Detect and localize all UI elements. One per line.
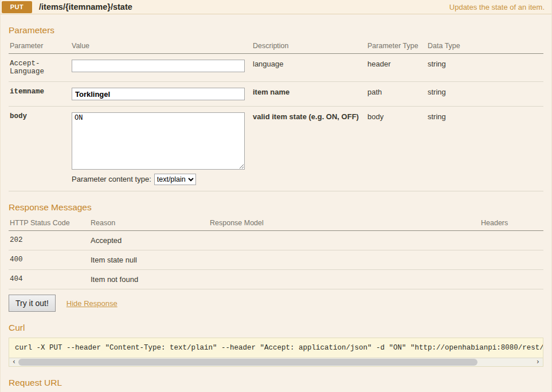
status-code: 400 <box>9 250 89 270</box>
response-model <box>209 231 480 250</box>
col-reason: Reason <box>89 217 209 231</box>
scrollbar-thumb[interactable] <box>18 359 477 366</box>
param-type: body <box>366 107 426 191</box>
responses-header-row: HTTP Status Code Reason Response Model H… <box>9 217 543 231</box>
scroll-left-icon[interactable]: ‹ <box>10 358 18 366</box>
param-row-itemname: itemname item name path string <box>9 82 543 107</box>
responses-table: HTTP Status Code Reason Response Model H… <box>9 217 543 289</box>
curl-command[interactable]: curl -X PUT --header "Content-Type: text… <box>9 338 543 358</box>
response-model <box>209 270 480 289</box>
response-headers <box>480 250 543 270</box>
col-value: Value <box>71 40 252 54</box>
operation-path-link[interactable]: /items/{itemname}/state <box>39 2 132 11</box>
response-row-202: 202 Accepted <box>9 231 543 250</box>
reason: Item state null <box>89 250 209 270</box>
param-data-type: string <box>426 82 543 107</box>
operation-header: PUT /items/{itemname}/state Updates the … <box>1 0 551 14</box>
param-name: body <box>9 107 71 191</box>
status-code: 404 <box>9 270 89 289</box>
http-method-badge: PUT <box>2 1 32 13</box>
param-row-body: body ON Parameter content type:text/plai… <box>9 107 543 191</box>
reason: Item not found <box>89 270 209 289</box>
param-data-type: string <box>426 54 543 82</box>
operation-content: Parameters Parameter Value Description P… <box>1 14 551 392</box>
parameters-table: Parameter Value Description Parameter Ty… <box>9 40 543 191</box>
response-headers <box>480 270 543 289</box>
operation-panel: PUT /items/{itemname}/state Updates the … <box>0 0 552 392</box>
response-model <box>209 250 480 270</box>
col-headers: Headers <box>480 217 543 231</box>
col-response-model: Response Model <box>209 217 480 231</box>
response-headers <box>480 231 543 250</box>
param-data-type: string <box>426 107 543 191</box>
param-name: Accept-Language <box>9 54 71 82</box>
response-row-400: 400 Item state null <box>9 250 543 270</box>
try-it-out-button[interactable]: Try it out! <box>9 295 56 312</box>
param-type: header <box>366 54 426 82</box>
itemname-input[interactable] <box>72 88 245 100</box>
param-description: valid item state (e.g. ON, OFF) <box>252 107 366 191</box>
curl-heading: Curl <box>9 323 543 333</box>
reason: Accepted <box>89 231 209 250</box>
col-parameter-type: Parameter Type <box>366 40 426 54</box>
response-row-404: 404 Item not found <box>9 270 543 289</box>
param-type: path <box>366 82 426 107</box>
curl-code-box: curl -X PUT --header "Content-Type: text… <box>9 338 543 367</box>
body-textarea[interactable]: ON <box>72 112 245 170</box>
param-row-accept-language: Accept-Language language header string <box>9 54 543 82</box>
actions-row: Try it out! Hide Response <box>9 295 543 312</box>
col-status-code: HTTP Status Code <box>9 217 89 231</box>
content-type-select[interactable]: text/plain <box>154 174 196 185</box>
col-parameter: Parameter <box>9 40 71 54</box>
status-code: 202 <box>9 231 89 250</box>
content-type-label: Parameter content type: <box>72 175 151 183</box>
request-url-heading: Request URL <box>9 378 543 388</box>
curl-horizontal-scrollbar[interactable]: ‹ › <box>9 358 543 366</box>
param-description: language <box>252 54 366 82</box>
col-description: Description <box>252 40 366 54</box>
col-data-type: Data Type <box>426 40 543 54</box>
responses-heading: Response Messages <box>9 202 543 213</box>
parameters-heading: Parameters <box>9 25 543 36</box>
accept-language-input[interactable] <box>72 60 245 72</box>
hide-response-link[interactable]: Hide Response <box>66 299 118 308</box>
param-description: item name <box>252 82 366 107</box>
parameters-header-row: Parameter Value Description Parameter Ty… <box>9 40 543 54</box>
operation-summary: Updates the state of an item. <box>449 3 545 11</box>
param-name: itemname <box>9 82 71 107</box>
scroll-right-icon[interactable]: › <box>534 358 542 366</box>
